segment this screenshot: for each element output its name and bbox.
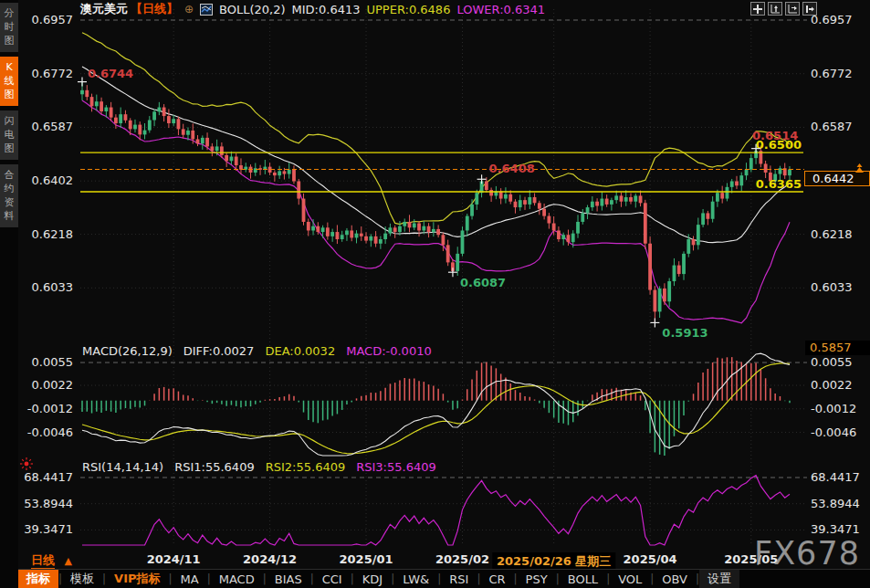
- chart-header: 澳元美元 【日线】 ⊕ BOLL(20,2) MID:0.6413 UPPER:…: [80, 2, 545, 16]
- svg-text:0.6744: 0.6744: [88, 67, 133, 80]
- indicator-toolbar: 指标|模板|VIP指标|MA|MACD|BIAS|CCI|KDJ|LW&|RSI…: [18, 569, 870, 588]
- circle-plus-icon[interactable]: ⊕: [184, 3, 194, 16]
- period-selector[interactable]: 日线 ▲: [31, 552, 72, 569]
- alert-dot-icon[interactable]: [19, 457, 34, 475]
- svg-text:0.6402: 0.6402: [32, 173, 74, 187]
- candlestick-series: [80, 82, 791, 323]
- trading-app-window: 0.65000.63650.67440.65140.64080.60870.59…: [0, 0, 870, 588]
- boll-lower-value: LOWER:0.6341: [456, 3, 545, 16]
- main-scale-min-label: 0.5857: [805, 341, 870, 355]
- svg-text:0.0055: 0.0055: [811, 355, 853, 369]
- svg-text:0.6033: 0.6033: [32, 280, 74, 294]
- rsi-title: RSI(14,14,14): [82, 460, 163, 474]
- svg-text:0.0022: 0.0022: [32, 378, 74, 392]
- move-icon[interactable]: [750, 2, 765, 16]
- toolbar-item-9[interactable]: RSI: [441, 572, 477, 587]
- macd-title: MACD(26,12,9): [82, 344, 173, 358]
- svg-text:0.6514: 0.6514: [752, 129, 798, 142]
- svg-text:0.0055: 0.0055: [32, 355, 74, 369]
- swing-annotations: 0.67440.65140.64080.60870.5913: [78, 67, 798, 341]
- date-label-0: 2024/11: [147, 552, 201, 566]
- svg-text:53.8944: 53.8944: [811, 497, 860, 510]
- sidebar-tab-time-chart[interactable]: 分时图: [0, 3, 18, 52]
- toolbar-item-11[interactable]: PSY: [518, 572, 556, 587]
- sidebar-tab-contract-info[interactable]: 合约资料: [0, 164, 18, 227]
- date-label-5: 2025/04: [624, 552, 677, 566]
- period-selector-label[interactable]: 日线: [31, 553, 55, 570]
- sidebar-tab-flash-chart[interactable]: 闪电图: [0, 110, 18, 160]
- svg-text:39.3471: 39.3471: [24, 522, 73, 536]
- svg-text:0.0022: 0.0022: [811, 378, 853, 392]
- sidebar: 分时图K线图闪电图合约资料: [0, 0, 18, 588]
- svg-text:68.4417: 68.4417: [811, 470, 860, 484]
- boll-mid-line: [82, 67, 790, 243]
- svg-text:0.6218: 0.6218: [811, 227, 853, 241]
- svg-text:0.6033: 0.6033: [811, 280, 853, 294]
- svg-text:0.5913: 0.5913: [662, 326, 708, 340]
- toolbar-item-12[interactable]: BOLL: [560, 572, 606, 587]
- symbol-name: 澳元美元: [80, 1, 128, 17]
- macd-value: MACD:-0.0010: [346, 344, 432, 358]
- toolbar-item-2[interactable]: VIP指标: [106, 570, 168, 588]
- svg-text:0.6772: 0.6772: [32, 67, 74, 80]
- toolbar-item-14[interactable]: OBV: [654, 572, 696, 587]
- pan-right-icon[interactable]: [802, 2, 817, 16]
- svg-text:0.6087: 0.6087: [460, 276, 506, 289]
- boll-mid-value: MID:0.6413: [292, 3, 361, 16]
- zoom-vertical-axis-icon[interactable]: [768, 2, 782, 16]
- horizontal-price-lines[interactable]: 0.65000.6365: [80, 138, 804, 192]
- rsi3-value: RSI3:55.6409: [356, 460, 436, 474]
- svg-text:0.6365: 0.6365: [756, 177, 802, 191]
- boll-params: BOLL(20,2): [219, 3, 286, 16]
- date-label-4: 2025/02/26 星期三: [492, 552, 615, 571]
- date-label-2: 2025/01: [340, 552, 393, 566]
- toolbar-item-1[interactable]: 模板: [62, 570, 102, 588]
- sidebar-tab-kline-chart[interactable]: K线图: [0, 57, 18, 106]
- price-marker-icon[interactable]: [852, 160, 867, 177]
- rsi2-value: RSI2:55.6409: [266, 460, 346, 474]
- svg-text:-0.0012: -0.0012: [27, 402, 73, 415]
- toolbar-item-0[interactable]: 指标: [18, 570, 58, 588]
- toolbar-item-10[interactable]: CR: [480, 572, 513, 587]
- window-tool-icons: [750, 2, 817, 16]
- svg-text:53.8944: 53.8944: [24, 497, 73, 510]
- svg-text:0.6408: 0.6408: [489, 162, 535, 175]
- svg-text:-0.0012: -0.0012: [811, 402, 856, 415]
- boll-upper-value: UPPER:0.6486: [367, 3, 451, 16]
- chart-canvas[interactable]: 0.65000.63650.67440.65140.64080.60870.59…: [0, 0, 870, 588]
- rsi-header: RSI(14,14,14) RSI1:55.6409 RSI2:55.6409 …: [82, 460, 436, 474]
- toolbar-item-13[interactable]: VOL: [610, 572, 650, 587]
- sidebar-tabs: 分时图K线图闪电图合约资料: [0, 0, 18, 227]
- toolbar-item-8[interactable]: LW&: [394, 572, 437, 587]
- date-label-3: 2025/02: [435, 552, 489, 566]
- macd-dea-value: DEA:0.0032: [265, 344, 335, 358]
- toolbar-item-6[interactable]: CCI: [314, 572, 351, 587]
- svg-text:-0.0046: -0.0046: [27, 425, 73, 439]
- svg-text:0.6772: 0.6772: [811, 67, 853, 80]
- svg-text:-0.0046: -0.0046: [811, 425, 856, 439]
- macd-diff-value: DIFF:0.0027: [183, 344, 255, 358]
- main-price-panel: [80, 33, 791, 323]
- toolbar-item-4[interactable]: MACD: [211, 572, 263, 587]
- zoom-horizontal-axis-icon[interactable]: [785, 2, 800, 16]
- period-up-arrow-icon[interactable]: ▲: [65, 555, 72, 567]
- svg-text:0.6218: 0.6218: [32, 227, 74, 241]
- rsi-line: [82, 476, 790, 545]
- svg-text:0.6587: 0.6587: [32, 120, 74, 133]
- kline-mini-icon[interactable]: [200, 4, 213, 16]
- macd-panel: [82, 353, 790, 456]
- rsi-panel: [82, 476, 790, 545]
- svg-text:0.6587: 0.6587: [811, 120, 853, 133]
- toolbar-item-3[interactable]: MA: [173, 572, 207, 587]
- period-tag[interactable]: 【日线】: [131, 1, 178, 17]
- watermark: FX678: [754, 535, 860, 572]
- toolbar-item-15[interactable]: 设置: [699, 570, 739, 588]
- toolbar-item-5[interactable]: BIAS: [267, 572, 310, 587]
- rsi1-value: RSI1:55.6409: [174, 460, 255, 474]
- svg-text:0.6957: 0.6957: [32, 13, 74, 26]
- macd-header: MACD(26,12,9) DIFF:0.0027 DEA:0.0032 MAC…: [82, 344, 432, 358]
- date-label-1: 2024/12: [243, 552, 297, 566]
- toolbar-item-7[interactable]: KDJ: [354, 572, 391, 587]
- axis-labels: 0.69570.69570.67720.67720.65870.65870.64…: [24, 13, 860, 536]
